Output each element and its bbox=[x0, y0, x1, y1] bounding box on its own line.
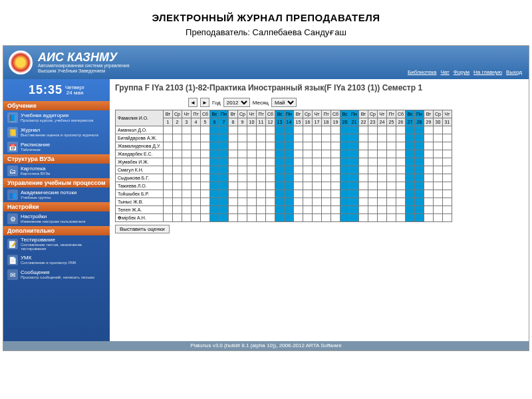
grade-cell[interactable] bbox=[201, 166, 210, 174]
grade-cell[interactable] bbox=[229, 214, 238, 222]
grade-cell[interactable] bbox=[201, 182, 210, 190]
grade-cell[interactable] bbox=[238, 174, 247, 182]
grade-cell[interactable] bbox=[387, 142, 396, 150]
grade-cell[interactable] bbox=[396, 166, 406, 174]
grade-cell[interactable] bbox=[182, 166, 192, 174]
grade-cell[interactable] bbox=[424, 214, 434, 222]
grade-cell[interactable] bbox=[396, 206, 406, 214]
grade-cell[interactable] bbox=[201, 206, 210, 214]
grade-cell[interactable] bbox=[359, 158, 368, 166]
grade-cell[interactable] bbox=[210, 142, 219, 150]
grade-cell[interactable] bbox=[434, 126, 443, 134]
grade-cell[interactable] bbox=[322, 142, 331, 150]
grade-cell[interactable] bbox=[378, 174, 387, 182]
grade-cell[interactable] bbox=[275, 134, 285, 142]
grade-cell[interactable] bbox=[322, 198, 331, 206]
grade-cell[interactable] bbox=[443, 190, 452, 198]
grade-cell[interactable] bbox=[387, 206, 396, 214]
grade-cell[interactable] bbox=[201, 126, 210, 134]
grade-cell[interactable] bbox=[434, 150, 443, 158]
grade-cell[interactable] bbox=[285, 142, 294, 150]
grade-cell[interactable] bbox=[164, 214, 173, 222]
grade-cell[interactable] bbox=[275, 182, 285, 190]
grade-cell[interactable] bbox=[396, 190, 406, 198]
grade-cell[interactable] bbox=[415, 166, 424, 174]
grade-cell[interactable] bbox=[247, 134, 257, 142]
grade-cell[interactable] bbox=[415, 214, 424, 222]
grade-cell[interactable] bbox=[219, 214, 229, 222]
grade-cell[interactable] bbox=[266, 206, 275, 214]
grade-cell[interactable] bbox=[396, 134, 406, 142]
grade-cell[interactable] bbox=[378, 214, 387, 222]
top-link[interactable]: Выход bbox=[506, 69, 522, 75]
grade-cell[interactable] bbox=[303, 158, 313, 166]
grade-cell[interactable] bbox=[350, 158, 359, 166]
grade-cell[interactable] bbox=[257, 142, 266, 150]
grade-cell[interactable] bbox=[303, 150, 313, 158]
submit-grades-button[interactable]: Выставить оценки bbox=[115, 225, 170, 233]
grade-cell[interactable] bbox=[201, 158, 210, 166]
grade-cell[interactable] bbox=[294, 190, 303, 198]
grade-cell[interactable] bbox=[387, 166, 396, 174]
grade-cell[interactable] bbox=[164, 142, 173, 150]
grade-cell[interactable] bbox=[359, 126, 368, 134]
grade-cell[interactable] bbox=[210, 206, 219, 214]
grade-cell[interactable] bbox=[285, 158, 294, 166]
grade-cell[interactable] bbox=[434, 206, 443, 214]
grade-cell[interactable] bbox=[238, 158, 247, 166]
grade-cell[interactable] bbox=[238, 182, 247, 190]
grade-cell[interactable] bbox=[322, 166, 331, 174]
grade-cell[interactable] bbox=[192, 198, 201, 206]
grade-cell[interactable] bbox=[434, 166, 443, 174]
grade-cell[interactable] bbox=[359, 150, 368, 158]
grade-cell[interactable] bbox=[285, 126, 294, 134]
grade-cell[interactable] bbox=[378, 134, 387, 142]
grade-cell[interactable] bbox=[368, 182, 378, 190]
grade-cell[interactable] bbox=[359, 142, 368, 150]
grade-cell[interactable] bbox=[303, 126, 313, 134]
grade-cell[interactable] bbox=[424, 206, 434, 214]
grade-cell[interactable] bbox=[350, 198, 359, 206]
grade-cell[interactable] bbox=[182, 150, 192, 158]
grade-cell[interactable] bbox=[434, 158, 443, 166]
grade-cell[interactable] bbox=[238, 126, 247, 134]
grade-cell[interactable] bbox=[164, 126, 173, 134]
grade-cell[interactable] bbox=[192, 214, 201, 222]
grade-cell[interactable] bbox=[313, 198, 322, 206]
grade-cell[interactable] bbox=[192, 150, 201, 158]
grade-cell[interactable] bbox=[266, 190, 275, 198]
grade-cell[interactable] bbox=[340, 206, 350, 214]
grade-cell[interactable] bbox=[443, 182, 452, 190]
grade-cell[interactable] bbox=[247, 174, 257, 182]
grade-cell[interactable] bbox=[368, 214, 378, 222]
grade-cell[interactable] bbox=[424, 198, 434, 206]
grade-cell[interactable] bbox=[192, 158, 201, 166]
grade-cell[interactable] bbox=[257, 198, 266, 206]
grade-cell[interactable] bbox=[238, 206, 247, 214]
grade-cell[interactable] bbox=[285, 182, 294, 190]
grade-cell[interactable] bbox=[285, 134, 294, 142]
grade-cell[interactable] bbox=[331, 214, 340, 222]
grade-cell[interactable] bbox=[229, 174, 238, 182]
grade-cell[interactable] bbox=[331, 182, 340, 190]
grade-cell[interactable] bbox=[322, 182, 331, 190]
grade-cell[interactable] bbox=[247, 190, 257, 198]
grade-cell[interactable] bbox=[424, 150, 434, 158]
grade-cell[interactable] bbox=[164, 206, 173, 214]
grade-cell[interactable] bbox=[210, 214, 219, 222]
grade-cell[interactable] bbox=[201, 214, 210, 222]
grade-cell[interactable] bbox=[294, 158, 303, 166]
grade-cell[interactable] bbox=[368, 166, 378, 174]
grade-cell[interactable] bbox=[340, 134, 350, 142]
grade-cell[interactable] bbox=[368, 134, 378, 142]
grade-cell[interactable] bbox=[443, 174, 452, 182]
grade-cell[interactable] bbox=[331, 190, 340, 198]
grade-cell[interactable] bbox=[210, 198, 219, 206]
grade-cell[interactable] bbox=[182, 142, 192, 150]
grade-cell[interactable] bbox=[266, 198, 275, 206]
grade-cell[interactable] bbox=[266, 126, 275, 134]
grade-cell[interactable] bbox=[192, 190, 201, 198]
grade-cell[interactable] bbox=[229, 166, 238, 174]
grade-cell[interactable] bbox=[415, 142, 424, 150]
grade-cell[interactable] bbox=[229, 190, 238, 198]
